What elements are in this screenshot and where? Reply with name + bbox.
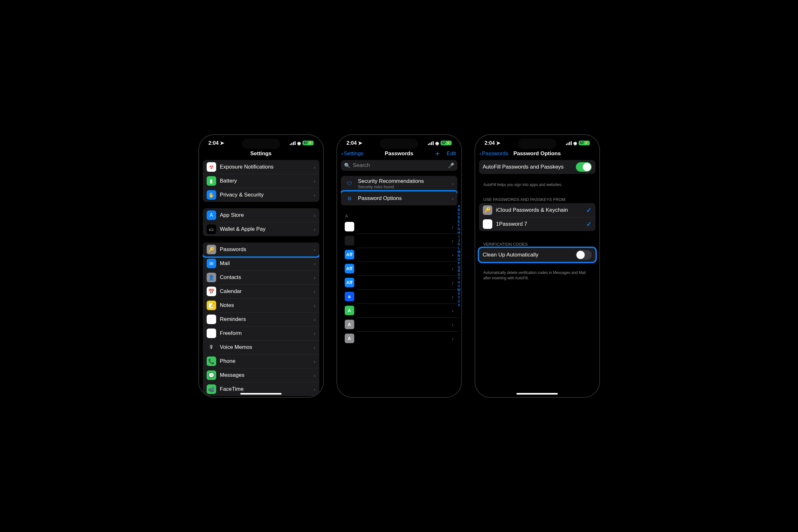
settings-row-voice-memos[interactable]: 🎙Voice Memos› [203,340,319,354]
settings-row-passwords[interactable]: 🔑Passwords› [203,243,319,256]
index-letter[interactable]: W [457,288,460,292]
index-letter[interactable]: R [458,269,460,273]
index-letter[interactable]: B [458,208,460,212]
index-letter[interactable]: T [458,277,460,281]
option-security-recommendations[interactable]: 🛡Security RecommendationsSecurity risks … [341,176,457,191]
wifi-icon: ◉ [297,140,301,146]
index-letter[interactable]: X [458,292,460,296]
settings-row-battery[interactable]: ▮Battery› [203,174,319,188]
index-letter[interactable]: G [458,227,460,231]
settings-row-reminders[interactable]: ☑Reminders› [203,312,319,326]
password-entry[interactable]: a› [341,289,457,303]
row-label: App Store [220,212,314,218]
settings-row-contacts[interactable]: 👤Contacts› [203,270,319,284]
autofill-label: AutoFill Passwords and Passkeys [483,164,576,170]
back-button[interactable]: ‹ Settings [342,150,363,157]
edit-button[interactable]: Edit [446,150,456,157]
settings-row-exposure-notifications[interactable]: ☢Exposure Notifications› [203,160,319,174]
password-entry[interactable]: Aff› [341,276,457,289]
back-button[interactable]: ‹ Passwords [480,150,509,157]
chevron-right-icon: › [314,387,316,392]
index-letter[interactable]: U [458,281,460,284]
password-entry[interactable]: Aff› [341,262,457,276]
mic-icon[interactable]: 🎤 [448,163,454,169]
chevron-right-icon: › [314,192,316,198]
index-letter[interactable]: N [458,254,460,258]
index-letter[interactable]: P [458,262,460,265]
svg-rect-7 [433,141,434,145]
index-letter[interactable]: S [458,273,460,277]
index-letter[interactable]: C [458,212,460,216]
location-icon: ➤ [220,140,224,146]
autofill-toggle[interactable] [576,162,592,172]
passwords-list[interactable]: 🔍 🎤 🛡Security RecommendationsSecurity ri… [337,160,461,397]
mail-icon: ✉ [207,259,216,268]
autofill-footer: AutoFill helps you sign into apps and we… [479,180,595,190]
index-letter[interactable]: J [458,239,460,243]
reminders-icon: ☑ [207,315,216,324]
settings-row-freeform[interactable]: 〰Freeform› [203,326,319,340]
onepassword-icon: ① [483,219,492,229]
site-icon: Aff [345,250,354,259]
battery-icon: ▮ [207,176,216,186]
checkmark-icon: ✓ [586,220,592,228]
settings-row-wallet-apple-pay[interactable]: ▭Wallet & Apple Pay› [203,222,319,236]
index-letter[interactable]: F [458,224,460,227]
index-letter[interactable]: Y [458,296,460,300]
autofill-toggle-row[interactable]: AutoFill Passwords and Passkeys [479,160,595,174]
index-letter[interactable]: A [458,205,460,208]
password-entry[interactable]: A› [341,318,457,331]
home-indicator[interactable] [240,393,282,395]
settings-row-calendar[interactable]: 📅Calendar› [203,284,319,298]
site-icon: Aff [345,278,354,287]
index-letter[interactable]: H [458,231,460,235]
cleanup-toggle[interactable] [576,250,592,260]
battery-badge: 57⚡ [441,140,451,145]
option-password-options[interactable]: ⚙Password Options› [341,191,457,205]
add-button[interactable]: + [435,149,440,158]
index-letter[interactable]: M [458,250,460,254]
password-entry[interactable]: Aff› [341,248,457,262]
chevron-right-icon: › [452,196,454,201]
settings-row-phone[interactable]: 📞Phone› [203,354,319,368]
index-letter[interactable]: D [458,216,460,220]
settings-row-messages[interactable]: 💬Messages› [203,368,319,382]
index-letter[interactable]: Z [458,300,460,303]
chevron-left-icon: ‹ [480,150,481,157]
index-letter[interactable]: # [458,303,460,307]
options-list[interactable]: AutoFill Passwords and Passkeys AutoFill… [475,160,599,397]
password-entry[interactable]: › [341,220,457,234]
wallet-icon: ▭ [207,224,216,234]
settings-row-notes[interactable]: 📝Notes› [203,298,319,312]
chevron-right-icon: › [452,238,454,244]
status-time: 2:04 [485,140,495,146]
chevron-left-icon: ‹ [342,150,343,157]
search-field[interactable]: 🔍 🎤 [341,160,457,171]
messages-icon: 💬 [207,370,216,380]
password-entry[interactable]: › [341,234,457,248]
hand-icon: ✋ [207,190,216,200]
settings-list[interactable]: ☢Exposure Notifications›▮Battery›✋Privac… [199,160,323,397]
phone-icon: 📞 [207,357,216,366]
settings-row-app-store[interactable]: AApp Store› [203,208,319,222]
chevron-right-icon: › [314,261,316,266]
radiation-icon: ☢ [207,162,216,172]
index-letter[interactable]: E [458,220,460,224]
index-letter[interactable]: O [458,258,460,262]
index-letter[interactable]: L [458,246,460,250]
settings-row-mail[interactable]: ✉Mail› [203,256,319,270]
settings-row-privacy-security[interactable]: ✋Privacy & Security› [203,188,319,202]
index-letter[interactable]: V [458,284,460,288]
search-input[interactable] [353,162,445,169]
cleanup-toggle-row[interactable]: Clean Up Automatically [479,248,595,262]
index-bar[interactable]: ABCDEFGHIJKLMNOPQRSTUVWXYZ# [457,205,460,307]
site-icon: A [345,334,354,343]
home-indicator[interactable] [516,393,558,395]
index-letter[interactable]: Q [458,265,460,269]
password-entry[interactable]: A› [341,303,457,318]
provider-icloud-passwords-keychain[interactable]: 🔑iCloud Passwords & Keychain✓ [479,203,595,217]
provider-1password-7[interactable]: ①1Password 7✓ [479,217,595,231]
index-letter[interactable]: I [458,235,459,239]
index-letter[interactable]: K [458,243,460,246]
password-entry[interactable]: A› [341,331,457,345]
